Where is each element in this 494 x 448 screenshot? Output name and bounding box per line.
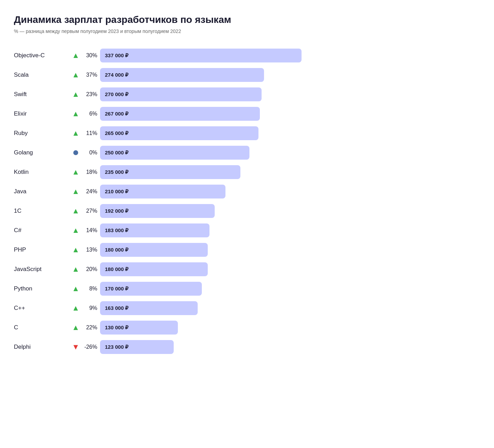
lang-label: C (14, 324, 69, 331)
trend-up-icon: ▲ (69, 188, 82, 195)
chart-row: Scala▲37%274 000 ₽ (14, 67, 299, 83)
chart-row: 1C▲27%192 000 ₽ (14, 203, 299, 219)
lang-label: Objective-C (14, 52, 69, 59)
lang-label: Kotlin (14, 169, 69, 176)
pct-label: 22% (82, 324, 100, 331)
salary-label: 163 000 ₽ (105, 305, 129, 311)
pct-label: 8% (82, 286, 100, 292)
trend-up-icon: ▲ (69, 246, 82, 254)
pct-label: 0% (82, 150, 100, 156)
chart-row: Golang0%250 000 ₽ (14, 145, 299, 160)
salary-bar: 130 000 ₽ (100, 321, 178, 335)
lang-label: JavaScript (14, 266, 69, 273)
chart-row: Elixir▲6%267 000 ₽ (14, 106, 299, 121)
salary-label: 250 000 ₽ (105, 150, 129, 156)
salary-bar: 180 000 ₽ (100, 243, 208, 257)
lang-label: Delphi (14, 344, 69, 350)
pct-label: 37% (82, 72, 100, 78)
chart-title: Динамика зарплат разработчиков по языкам (14, 14, 299, 26)
chart-row: Objective-C▲30%337 000 ₽ (14, 48, 299, 63)
salary-bar: 235 000 ₽ (100, 165, 240, 179)
salary-label: 170 000 ₽ (105, 286, 129, 292)
salary-label: 267 000 ₽ (105, 111, 129, 117)
lang-label: Java (14, 188, 69, 195)
salary-label: 265 000 ₽ (105, 130, 129, 136)
chart-container: Objective-C▲30%337 000 ₽Scala▲37%274 000… (14, 48, 299, 355)
lang-label: Scala (14, 71, 69, 78)
chart-subtitle: % — разница между первым полугодием 2023… (14, 28, 299, 34)
salary-bar: 183 000 ₽ (100, 223, 209, 237)
salary-label: 183 000 ₽ (105, 227, 129, 234)
salary-label: 180 000 ₽ (105, 247, 129, 253)
trend-up-icon: ▲ (69, 285, 82, 293)
salary-label: 130 000 ₽ (105, 324, 129, 331)
salary-label: 180 000 ₽ (105, 266, 129, 272)
pct-label: 30% (82, 52, 100, 59)
pct-label: 20% (82, 266, 100, 272)
chart-row: Kotlin▲18%235 000 ₽ (14, 164, 299, 180)
chart-row: Python▲8%170 000 ₽ (14, 281, 299, 296)
trend-up-icon: ▲ (69, 110, 82, 118)
chart-row: JavaScript▲20%180 000 ₽ (14, 262, 299, 277)
salary-label: 337 000 ₽ (105, 52, 129, 59)
trend-up-icon: ▲ (69, 207, 82, 215)
lang-label: PHP (14, 246, 69, 253)
salary-bar: 170 000 ₽ (100, 282, 202, 296)
pct-label: 9% (82, 305, 100, 311)
trend-up-icon: ▲ (69, 324, 82, 331)
salary-bar: 250 000 ₽ (100, 146, 249, 160)
chart-row: Java▲24%210 000 ₽ (14, 184, 299, 199)
trend-up-icon: ▲ (69, 227, 82, 234)
salary-label: 210 000 ₽ (105, 188, 129, 195)
pct-label: 6% (82, 111, 100, 117)
salary-label: 274 000 ₽ (105, 72, 129, 78)
salary-bar: 163 000 ₽ (100, 301, 198, 315)
trend-up-icon: ▲ (69, 129, 82, 137)
trend-up-icon: ▲ (69, 52, 82, 59)
salary-label: 235 000 ₽ (105, 169, 129, 175)
pct-label: 14% (82, 227, 100, 234)
lang-label: Elixir (14, 110, 69, 117)
salary-label: 123 000 ₽ (105, 344, 129, 350)
trend-neutral-icon (69, 150, 82, 155)
trend-up-icon: ▲ (69, 71, 82, 79)
salary-bar: 337 000 ₽ (100, 49, 302, 62)
chart-row: Delphi▼-26%123 000 ₽ (14, 339, 299, 355)
lang-label: Golang (14, 149, 69, 156)
pct-label: -26% (82, 344, 100, 350)
salary-label: 270 000 ₽ (105, 91, 129, 98)
trend-down-icon: ▼ (69, 343, 82, 351)
salary-bar: 267 000 ₽ (100, 107, 260, 121)
pct-label: 18% (82, 169, 100, 175)
pct-label: 11% (82, 130, 100, 136)
salary-bar: 274 000 ₽ (100, 68, 264, 82)
salary-bar: 265 000 ₽ (100, 126, 258, 140)
salary-bar: 270 000 ₽ (100, 87, 262, 101)
pct-label: 27% (82, 208, 100, 214)
salary-bar: 210 000 ₽ (100, 185, 225, 198)
salary-bar: 180 000 ₽ (100, 262, 208, 276)
lang-label: Ruby (14, 130, 69, 137)
lang-label: C++ (14, 305, 69, 312)
trend-up-icon: ▲ (69, 168, 82, 176)
chart-row: Ruby▲11%265 000 ₽ (14, 126, 299, 141)
trend-up-icon: ▲ (69, 304, 82, 312)
chart-row: Swift▲23%270 000 ₽ (14, 87, 299, 102)
pct-label: 24% (82, 188, 100, 195)
trend-up-icon: ▲ (69, 91, 82, 98)
chart-row: C▲22%130 000 ₽ (14, 320, 299, 335)
salary-label: 192 000 ₽ (105, 208, 129, 214)
lang-label: 1C (14, 208, 69, 214)
lang-label: C# (14, 227, 69, 234)
chart-row: C++▲9%163 000 ₽ (14, 301, 299, 316)
chart-row: PHP▲13%180 000 ₽ (14, 242, 299, 257)
salary-bar: 123 000 ₽ (100, 340, 174, 354)
lang-label: Swift (14, 91, 69, 98)
trend-up-icon: ▲ (69, 265, 82, 273)
salary-bar: 192 000 ₽ (100, 204, 215, 218)
pct-label: 23% (82, 91, 100, 98)
chart-row: C#▲14%183 000 ₽ (14, 223, 299, 238)
lang-label: Python (14, 285, 69, 292)
pct-label: 13% (82, 247, 100, 253)
